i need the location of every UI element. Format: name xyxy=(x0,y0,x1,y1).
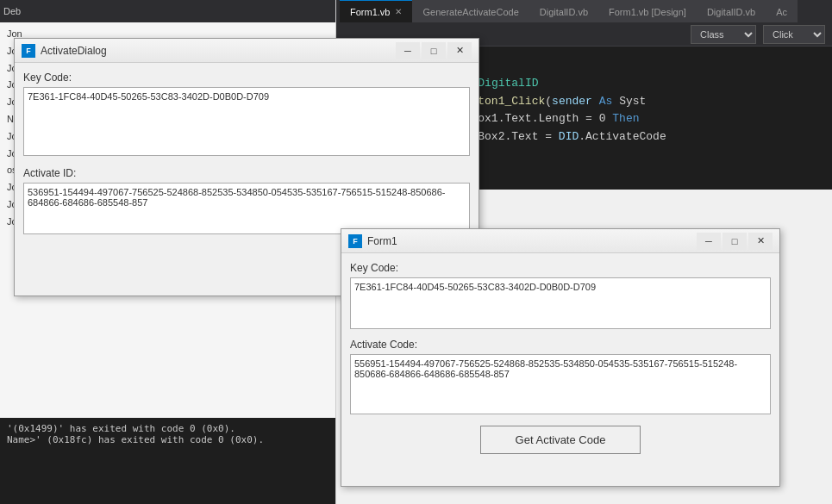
form1-dialog-titlebar: F Form1 ─ □ ✕ xyxy=(341,229,779,253)
debug-output: '(0x1499)' has exited with code 0 (0x0).… xyxy=(0,418,335,504)
class-dropdown[interactable]: Class xyxy=(691,25,756,44)
tab-label: GenerateActivateCode xyxy=(422,7,518,17)
form1-maximize-button[interactable]: □ xyxy=(723,233,747,250)
tab-label: Form1.vb xyxy=(350,7,390,17)
tab-label: Ac xyxy=(776,7,787,17)
tab-generateactivatecode[interactable]: GenerateActivateCode xyxy=(412,0,529,22)
tab-form1design[interactable]: Form1.vb [Design] xyxy=(598,0,697,22)
key-code-label: Key Code: xyxy=(23,72,470,84)
debug-output-line2: Name>' (0x18fc) has exited with code 0 (… xyxy=(7,434,328,445)
form1-dialog-body: Key Code: Activate Code: Get Activate Co… xyxy=(341,253,779,463)
tab-label: DigitalID.vb xyxy=(540,7,588,17)
form1-dialog-title: Form1 xyxy=(367,235,697,247)
form1-minimize-button[interactable]: ─ xyxy=(697,233,721,250)
form1-activate-code-label: Activate Code: xyxy=(350,339,771,351)
activate-id-textarea[interactable] xyxy=(23,183,470,234)
form1-close-button[interactable]: ✕ xyxy=(748,233,773,250)
tab-label: DigitalID.vb xyxy=(707,7,755,17)
activate-dialog-title: ActivateDialog xyxy=(41,45,396,57)
activate-dialog-titlebar: F ActivateDialog ─ □ ✕ xyxy=(15,39,479,63)
activate-dialog-icon: F xyxy=(22,44,35,58)
activate-dialog-body: Key Code: Activate ID: xyxy=(15,63,479,246)
form1-key-code-label: Key Code: xyxy=(350,262,771,274)
tab-ac[interactable]: Ac xyxy=(766,0,798,22)
form1-key-code-textarea[interactable] xyxy=(350,277,771,329)
key-code-textarea[interactable] xyxy=(23,87,470,156)
tab-digitalidvb2[interactable]: DigitalID.vb xyxy=(697,0,766,22)
form1-dialog-window: F Form1 ─ □ ✕ Key Code: Activate Code: G… xyxy=(341,228,780,487)
tab-digitalidvb[interactable]: DigitalID.vb xyxy=(529,0,598,22)
maximize-button[interactable]: □ xyxy=(422,42,446,59)
debug-output-line1: '(0x1499)' has exited with code 0 (0x0). xyxy=(7,423,328,434)
minimize-button[interactable]: ─ xyxy=(396,42,420,59)
form1-window-controls: ─ □ ✕ xyxy=(697,233,773,250)
close-button[interactable]: ✕ xyxy=(447,42,472,59)
get-activate-code-button[interactable]: Get Activate Code xyxy=(480,426,641,454)
left-panel-label: Deb xyxy=(3,6,21,16)
tab-form1vb[interactable]: Form1.vb ✕ xyxy=(340,0,412,22)
form1-activate-code-textarea[interactable] xyxy=(350,354,771,414)
activate-id-label: Activate ID: xyxy=(23,167,470,179)
form1-dialog-icon: F xyxy=(348,234,362,248)
tab-bar: Form1.vb ✕ GenerateActivateCode DigitalI… xyxy=(336,0,832,22)
window-controls: ─ □ ✕ xyxy=(396,42,472,59)
tab-close-icon[interactable]: ✕ xyxy=(395,7,402,16)
method-dropdown[interactable]: Click xyxy=(763,25,825,44)
tab-label: Form1.vb [Design] xyxy=(609,7,686,17)
